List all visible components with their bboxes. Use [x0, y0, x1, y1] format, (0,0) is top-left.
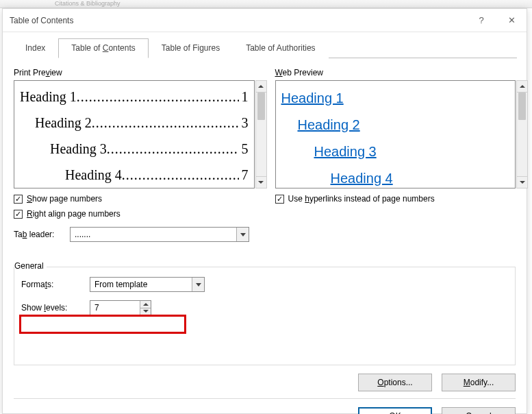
print-preview-row: Heading 2...............................…: [20, 110, 249, 136]
scroll-up-icon[interactable]: [516, 80, 528, 93]
show-levels-spinner[interactable]: 7: [90, 300, 151, 315]
print-preview-box: Heading 1...............................…: [14, 80, 255, 188]
ok-button[interactable]: OK: [358, 407, 432, 414]
tab-leader-label: Tab leader:: [14, 230, 64, 239]
tab-table-of-authorities[interactable]: Table of Authorities: [233, 38, 328, 58]
scroll-thumb[interactable]: [257, 93, 265, 120]
print-preview-scrollbar[interactable]: [255, 80, 267, 188]
checkmark-icon: ✓: [275, 195, 284, 204]
formats-value: From template: [90, 280, 192, 289]
web-preview-link[interactable]: Heading 4: [280, 165, 511, 188]
print-preview-row: Heading 1...............................…: [20, 84, 249, 110]
scroll-thumb[interactable]: [518, 93, 526, 120]
titlebar: Table of Contents ? ✕: [3, 9, 527, 32]
cancel-button[interactable]: Cancel: [442, 407, 516, 414]
scroll-down-icon[interactable]: [255, 176, 267, 188]
formats-dropdown[interactable]: From template: [90, 277, 205, 292]
tab-leader-dropdown[interactable]: .......: [70, 227, 249, 242]
table-of-contents-dialog: Table of Contents ? ✕ Index Table of Con…: [2, 8, 527, 414]
right-align-checkbox[interactable]: ✓ Right align page numbers: [14, 209, 255, 219]
web-preview-link[interactable]: Heading 3: [280, 138, 511, 165]
print-preview-row: Heading 4...............................…: [20, 162, 249, 188]
tab-leader-value: .......: [71, 230, 236, 239]
chevron-down-icon[interactable]: [192, 278, 204, 291]
help-button[interactable]: ?: [466, 9, 496, 32]
print-preview-row: Heading 3...............................…: [20, 136, 249, 162]
scroll-down-icon[interactable]: [516, 176, 528, 188]
general-group-title: General: [14, 261, 47, 271]
web-preview-scrollbar[interactable]: [516, 80, 528, 188]
ribbon-strip: Citations & Bibliography: [0, 0, 532, 8]
tab-strip: Index Table of Contents Table of Figures…: [12, 38, 517, 58]
web-preview-box: Heading 1Heading 2Heading 3Heading 4: [275, 80, 516, 188]
use-hyperlinks-checkbox[interactable]: ✓ Use hyperlinks instead of page numbers: [275, 194, 516, 204]
web-preview-label: Web Preview: [275, 68, 516, 77]
spinner-down-icon[interactable]: [140, 308, 151, 315]
show-page-numbers-checkbox[interactable]: ✓ Show page numbers: [14, 194, 255, 204]
formats-label: Formats:: [21, 280, 84, 289]
chevron-down-icon[interactable]: [236, 228, 249, 241]
modify-button[interactable]: Modify...: [442, 374, 516, 391]
checkmark-icon: ✓: [14, 195, 23, 204]
tab-table-of-contents[interactable]: Table of Contents: [58, 38, 148, 58]
options-button[interactable]: Options...: [358, 374, 432, 391]
web-preview-link[interactable]: Heading 1: [280, 85, 511, 112]
scroll-up-icon[interactable]: [255, 80, 267, 93]
show-levels-value: 7: [90, 303, 140, 313]
general-group: General Formats: From template Show leve…: [14, 267, 516, 365]
tab-index[interactable]: Index: [12, 38, 58, 58]
print-preview-label: Print Preview: [14, 68, 255, 77]
show-levels-label: Show levels:: [21, 303, 84, 313]
checkmark-icon: ✓: [14, 210, 23, 219]
web-preview-link[interactable]: Heading 2: [280, 112, 511, 138]
spinner-up-icon[interactable]: [140, 301, 151, 308]
tab-table-of-figures[interactable]: Table of Figures: [149, 38, 233, 58]
close-button[interactable]: ✕: [496, 9, 527, 32]
dialog-title: Table of Contents: [10, 16, 73, 25]
